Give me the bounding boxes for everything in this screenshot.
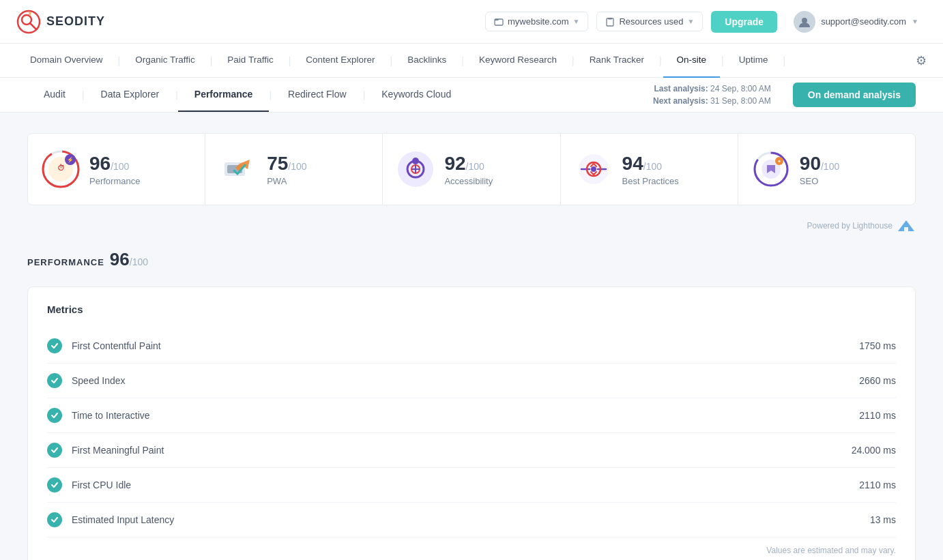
metric-value-fcp: 1750 ms: [859, 340, 896, 351]
metrics-title: Metrics: [47, 304, 896, 315]
header: SEODITY mywebsite.com ▼ Resources used ▼…: [0, 0, 943, 44]
svg-text:✦: ✦: [777, 159, 781, 164]
svg-point-26: [591, 166, 596, 172]
nav-backlinks[interactable]: Backlinks: [394, 44, 460, 78]
seo-score-num: 90/100: [800, 153, 839, 175]
score-card-accessibility: 92/100 Accessibility: [383, 134, 560, 205]
logo-text: SEODITY: [46, 14, 105, 29]
performance-score-num: 96/100: [89, 153, 140, 175]
upgrade-button[interactable]: Upgrade: [711, 11, 777, 33]
metric-value-si: 2660 ms: [859, 375, 896, 386]
website-label: mywebsite.com: [508, 16, 569, 27]
nav-rank-tracker[interactable]: Rank Tracker: [576, 44, 658, 78]
nav-keyword-research[interactable]: Keyword Research: [465, 44, 570, 78]
pwa-score-label: PWA: [267, 176, 306, 186]
metric-row-tti: Time to Interactive 2110 ms: [47, 398, 896, 433]
check-icon-eil: [50, 516, 59, 524]
performance-heading: PERFORMANCE 96/100: [27, 249, 916, 270]
score-card-pwa: 75/100 PWA: [205, 134, 383, 205]
analysis-info: Last analysis: 24 Sep, 8:00 AM Next anal…: [653, 84, 771, 106]
svg-rect-6: [608, 18, 612, 20]
score-card-best-practices: 94/100 Best Practices: [561, 134, 738, 205]
metric-value-eil: 13 ms: [870, 514, 896, 525]
last-analysis-date: 24 Sep, 8:00 AM: [710, 84, 771, 93]
performance-heading-score: 96/100: [110, 249, 148, 270]
svg-text:⚡: ⚡: [67, 156, 74, 163]
seo-score-label: SEO: [800, 176, 839, 186]
subtab-redirect-flow[interactable]: Redirect Flow: [272, 78, 363, 112]
metric-row-fci: First CPU Idle 2110 ms: [47, 468, 896, 503]
check-icon-fcp: [50, 342, 59, 350]
accessibility-score-icon: [396, 150, 435, 188]
metric-check-fmp: [47, 443, 62, 458]
metric-check-si: [47, 373, 62, 388]
score-values-seo: 90/100 SEO: [800, 153, 839, 186]
metric-row-eil: Estimated Input Latency 13 ms: [47, 503, 896, 537]
check-icon-si: [50, 377, 59, 385]
seo-score-icon: ✦: [752, 150, 790, 188]
score-card-seo: ✦ 90/100 SEO: [738, 134, 915, 205]
check-icon-fmp: [50, 446, 59, 454]
nav-sep-5: |: [460, 55, 465, 66]
metric-value-fmp: 24.000 ms: [852, 445, 896, 456]
subtab-keywords-cloud[interactable]: Keywords Cloud: [365, 78, 467, 112]
nav-domain-overview[interactable]: Domain Overview: [16, 44, 117, 78]
best-practices-score-num: 94/100: [622, 153, 679, 175]
nav-on-site[interactable]: On-site: [663, 44, 721, 78]
svg-line-2: [30, 23, 36, 29]
subtab-performance[interactable]: Performance: [178, 78, 270, 112]
metric-name-fci: First CPU Idle: [72, 480, 859, 490]
best-practices-score-icon: [575, 150, 613, 188]
metric-row-fmp: First Meaningful Paint 24.000 ms: [47, 433, 896, 468]
pwa-score-icon: [219, 150, 257, 188]
metric-value-fci: 2110 ms: [859, 480, 896, 490]
nav-organic-traffic[interactable]: Organic Traffic: [121, 44, 209, 78]
logo: SEODITY: [16, 10, 105, 34]
metric-name-si: Speed Index: [72, 375, 859, 386]
metric-name-tti: Time to Interactive: [72, 410, 859, 421]
svg-point-7: [802, 18, 807, 23]
subtabs: Audit | Data Explorer | Performance | Re…: [27, 78, 653, 112]
lighthouse-icon: [897, 219, 916, 233]
metric-check-tti: [47, 408, 62, 423]
metric-row-si: Speed Index 2660 ms: [47, 364, 896, 398]
metric-name-fmp: First Meaningful Paint: [72, 445, 852, 456]
resources-chevron: ▼: [687, 18, 694, 25]
clipboard-icon: [605, 17, 615, 27]
resources-selector[interactable]: Resources used ▼: [596, 12, 703, 31]
user-chevron: ▼: [912, 18, 918, 25]
metrics-card: Metrics First Contentful Paint 1750 ms S…: [27, 286, 916, 560]
svg-text:⏱: ⏱: [57, 164, 65, 172]
score-values-accessibility: 92/100 Accessibility: [444, 153, 493, 186]
header-center: mywebsite.com ▼ Resources used ▼ Upgrade…: [485, 7, 927, 37]
settings-gear-icon[interactable]: ⚙: [916, 53, 927, 68]
accessibility-score-label: Accessibility: [444, 176, 493, 186]
metric-check-fcp: [47, 338, 62, 353]
nav-paid-traffic[interactable]: Paid Traffic: [214, 44, 287, 78]
metric-name-fcp: First Contentful Paint: [72, 340, 859, 351]
subtab-audit[interactable]: Audit: [27, 78, 82, 112]
user-menu[interactable]: support@seodity.com ▼: [785, 7, 927, 37]
last-analysis-label: Last analysis:: [654, 84, 708, 93]
nav-sep-9: |: [781, 55, 787, 66]
nav-uptime[interactable]: Uptime: [725, 44, 782, 78]
main-content: ⏱ ⚡ 96/100 Performance 75/100: [0, 113, 943, 560]
score-values-pwa: 75/100 PWA: [267, 153, 306, 186]
subtab-data-explorer[interactable]: Data Explorer: [85, 78, 176, 112]
website-selector[interactable]: mywebsite.com ▼: [485, 12, 588, 31]
values-note: Values are estimated and may vary.: [47, 546, 896, 555]
nav-content-explorer[interactable]: Content Explorer: [292, 44, 388, 78]
metric-name-eil: Estimated Input Latency: [72, 514, 870, 525]
score-card-performance: ⏱ ⚡ 96/100 Performance: [28, 134, 205, 205]
resources-label: Resources used: [619, 16, 683, 27]
logo-icon: [16, 10, 41, 34]
on-demand-button[interactable]: On demand analysis: [793, 83, 916, 107]
pwa-score-num: 75/100: [267, 153, 306, 175]
metric-value-tti: 2110 ms: [859, 410, 896, 421]
metric-check-fci: [47, 477, 62, 492]
subtabs-area: Audit | Data Explorer | Performance | Re…: [0, 78, 943, 113]
svg-rect-5: [607, 18, 613, 26]
nav-sep-7: |: [658, 55, 663, 66]
next-analysis: Next analysis: 31 Sep, 8:00 AM: [653, 96, 771, 106]
website-chevron: ▼: [573, 18, 580, 25]
